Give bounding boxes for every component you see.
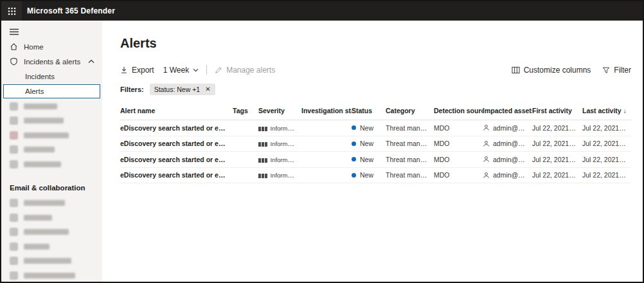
page-title: Alerts: [120, 36, 631, 51]
home-icon: [10, 42, 18, 51]
detection-source-cell: MDO: [434, 124, 483, 132]
filters-label: Filters:: [120, 86, 144, 93]
redacted-icon: [10, 214, 18, 222]
top-bar: Microsoft 365 Defender: [1, 1, 643, 21]
alert-name-cell[interactable]: eDiscovery search started or exported: [120, 124, 233, 132]
redacted-icon: [10, 242, 18, 251]
impacted-assets-label: admin@ediscode...: [493, 124, 527, 132]
sidebar-item-incidents[interactable]: Incidents: [1, 69, 102, 84]
column-header-category[interactable]: Category: [386, 107, 434, 114]
redacted-icon: [10, 102, 18, 111]
redacted-label: [24, 132, 69, 138]
sidebar-section-email-collaboration: Email & collaboration: [1, 179, 102, 196]
time-range-dropdown[interactable]: 1 Week: [163, 66, 199, 75]
redacted-nav-item[interactable]: [1, 268, 102, 283]
redacted-icon: [10, 271, 18, 280]
sidebar-item-incidents-alerts[interactable]: Incidents & alerts: [1, 54, 102, 69]
last-activity-cell: Jul 22, 2021 9:34 AM: [582, 140, 631, 147]
close-icon[interactable]: ✕: [205, 86, 210, 93]
severity-label: Informational: [271, 171, 302, 179]
detection-source-cell: MDO: [434, 171, 483, 179]
table-row[interactable]: eDiscovery search started or exported In…: [120, 120, 631, 136]
table-row[interactable]: eDiscovery search started or exported In…: [120, 136, 631, 152]
person-icon: [483, 124, 490, 131]
column-header-tags[interactable]: Tags: [233, 107, 258, 114]
redacted-label: [24, 258, 71, 264]
status-label: New: [360, 124, 373, 132]
redacted-icon: [10, 199, 18, 207]
severity-label: Informational: [271, 140, 302, 147]
customize-columns-button[interactable]: Customize columns: [512, 66, 591, 75]
shield-icon: [10, 57, 18, 66]
redacted-label: [24, 244, 49, 250]
column-header-label: Last activity: [582, 107, 622, 114]
alert-name-cell[interactable]: eDiscovery search started or exported: [120, 156, 233, 163]
redacted-nav-item[interactable]: [1, 157, 102, 172]
sidebar-item-alerts[interactable]: Alerts: [3, 84, 100, 98]
first-activity-cell: Jul 22, 2021 9:33 AM: [532, 124, 582, 132]
severity-bars-icon: [258, 142, 267, 147]
status-cell: New: [352, 171, 386, 179]
impacted-assets-cell: admin@ediscode...: [483, 140, 532, 147]
impacted-assets-label: admin@ediscode...: [493, 156, 527, 163]
redacted-label: [24, 104, 57, 109]
redacted-label: [24, 118, 64, 123]
sidebar-item-label: Alerts: [25, 87, 44, 95]
redacted-label: [24, 215, 52, 221]
export-button[interactable]: Export: [120, 66, 154, 75]
redacted-nav-item[interactable]: [1, 225, 102, 240]
column-header-status[interactable]: Status: [352, 107, 386, 114]
filter-button[interactable]: Filter: [602, 66, 631, 75]
sidebar-item-label: Incidents & alerts: [24, 58, 80, 66]
redacted-icon: [10, 160, 18, 169]
column-header-impacted-assets[interactable]: Impacted assets: [483, 107, 532, 114]
edit-icon: [215, 66, 222, 74]
chevron-up-icon: [88, 59, 94, 64]
redacted-icon: [10, 257, 18, 265]
table-row[interactable]: eDiscovery search started or exported In…: [120, 168, 631, 184]
severity-cell: Informational: [258, 140, 301, 147]
filter-chip-status[interactable]: Status: New +1 ✕: [150, 84, 215, 95]
status-label: New: [360, 140, 373, 147]
redacted-label: [24, 161, 61, 167]
redacted-nav-item[interactable]: [1, 210, 102, 225]
last-activity-cell: Jul 22, 2021 9:31 AM: [582, 156, 631, 163]
category-cell: Threat management: [386, 171, 434, 179]
sidebar-item-label: Home: [24, 43, 44, 51]
first-activity-cell: Jul 22, 2021 9:30 AM: [532, 171, 582, 179]
main-content: Alerts Export 1 Week Manage alerts: [102, 21, 643, 282]
redacted-nav-item[interactable]: [1, 99, 102, 114]
redacted-nav-item[interactable]: [1, 239, 102, 254]
severity-bars-icon: [258, 158, 267, 163]
menu-toggle-button[interactable]: [1, 24, 102, 39]
app-title: Microsoft 365 Defender: [27, 6, 115, 15]
chevron-down-icon: [193, 68, 199, 72]
app-launcher-button[interactable]: [1, 1, 22, 21]
category-cell: Threat management: [386, 156, 434, 163]
column-header-first-activity[interactable]: First activity: [532, 107, 582, 114]
severity-cell: Informational: [258, 156, 301, 163]
redacted-nav-item[interactable]: [1, 128, 102, 143]
sidebar-item-home[interactable]: Home: [1, 39, 102, 54]
column-header-detection-source[interactable]: Detection source: [434, 107, 483, 114]
column-header-investigation-state[interactable]: Investigation state: [301, 107, 352, 114]
severity-label: Informational: [271, 156, 302, 163]
severity-label: Informational: [271, 124, 302, 132]
manage-alerts-button[interactable]: Manage alerts: [215, 66, 275, 75]
impacted-assets-cell: admin@ediscode...: [483, 171, 532, 179]
alert-name-cell[interactable]: eDiscovery search started or exported: [120, 140, 233, 147]
table-row[interactable]: eDiscovery search started or exported In…: [120, 152, 631, 168]
column-header-alert-name[interactable]: Alert name: [120, 107, 233, 114]
redacted-nav-item[interactable]: [1, 114, 102, 129]
redacted-label: [24, 200, 65, 206]
redacted-nav-item[interactable]: [1, 196, 102, 211]
redacted-nav-item[interactable]: [1, 143, 102, 158]
status-cell: New: [352, 140, 386, 147]
column-header-severity[interactable]: Severity: [258, 107, 301, 114]
alert-name-cell[interactable]: eDiscovery search started or exported: [120, 171, 233, 179]
detection-source-cell: MDO: [434, 140, 483, 147]
detection-source-cell: MDO: [434, 156, 483, 163]
redacted-nav-item[interactable]: [1, 254, 102, 269]
column-header-last-activity[interactable]: Last activity↓: [582, 107, 631, 114]
toolbar-right: Customize columns Filter: [512, 66, 631, 75]
